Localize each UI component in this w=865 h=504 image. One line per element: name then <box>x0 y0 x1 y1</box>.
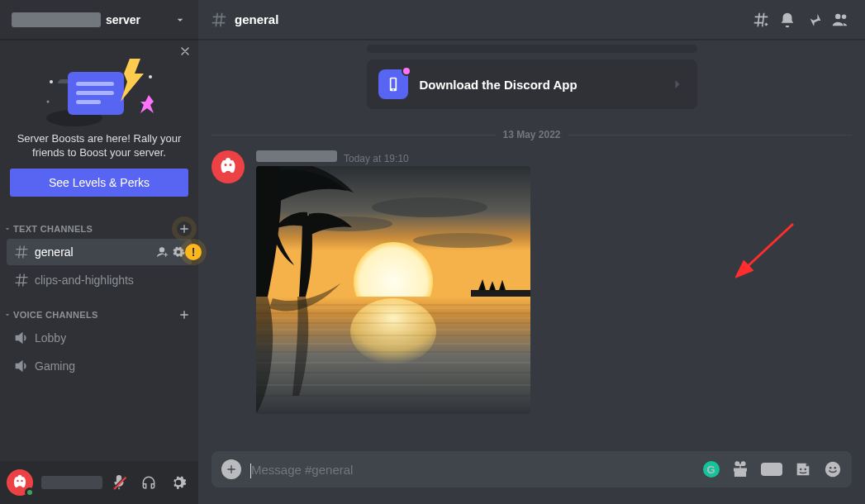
boost-promo-card: Server Boosts are here! Rally your frien… <box>0 40 198 208</box>
boost-illustration <box>10 53 188 129</box>
channel-name: Gaming <box>35 359 185 373</box>
speaker-icon <box>13 330 30 346</box>
notifications-button[interactable] <box>774 7 801 33</box>
threads-button[interactable] <box>748 7 774 33</box>
member-list-button[interactable] <box>827 7 853 33</box>
svg-marker-5 <box>140 95 154 113</box>
voice-channel-gaming[interactable]: Gaming <box>7 353 192 379</box>
gift-button[interactable] <box>731 460 749 478</box>
message: Today at 19:10 <box>211 149 852 416</box>
welcome-card-collapsed[interactable] <box>367 45 697 53</box>
phone-icon <box>378 69 408 99</box>
invite-icon[interactable] <box>155 245 169 259</box>
svg-point-24 <box>825 462 840 477</box>
svg-point-26 <box>834 467 836 469</box>
chevron-right-icon <box>669 76 686 93</box>
svg-point-25 <box>829 467 832 469</box>
svg-rect-3 <box>76 91 114 95</box>
message-timestamp: Today at 19:10 <box>344 153 409 164</box>
add-channel-button[interactable] <box>177 221 192 236</box>
svg-point-6 <box>50 80 53 83</box>
chevron-down-icon <box>173 13 187 26</box>
gif-button[interactable]: GIF <box>761 463 782 476</box>
message-author-redacted[interactable] <box>256 150 337 162</box>
message-attachment-image[interactable] <box>256 166 530 414</box>
speaker-icon <box>13 358 30 374</box>
attach-button[interactable] <box>221 459 241 479</box>
status-online-icon <box>25 487 35 497</box>
channel-clips-and-highlights[interactable]: clips-and-highlights <box>7 267 192 293</box>
svg-point-23 <box>805 468 806 470</box>
server-name-suffix: server <box>106 13 140 26</box>
hash-icon <box>210 11 228 29</box>
message-author-avatar[interactable] <box>211 150 245 183</box>
composer-area: Message #general G GIF <box>198 451 865 504</box>
svg-rect-4 <box>76 100 101 104</box>
svg-point-16 <box>413 233 512 248</box>
notification-dot-icon <box>402 66 411 76</box>
welcome-card-download[interactable]: Download the Discord App <box>367 59 697 109</box>
svg-point-14 <box>372 197 487 217</box>
gear-icon[interactable] <box>172 245 185 259</box>
channel-general[interactable]: general ! <box>7 239 192 265</box>
channel-name: Lobby <box>35 331 185 345</box>
message-input[interactable]: Message #general <box>251 463 693 477</box>
hash-icon <box>13 244 30 260</box>
text-channels-header[interactable]: TEXT CHANNELS <box>0 208 198 238</box>
mute-button[interactable] <box>106 469 132 496</box>
channel-title: general <box>235 12 278 26</box>
svg-point-12 <box>392 89 394 91</box>
pinned-messages-button[interactable] <box>801 7 827 33</box>
deafen-button[interactable] <box>135 469 162 496</box>
main-area: general Download the Discord App <box>198 0 865 504</box>
svg-rect-2 <box>76 82 114 86</box>
boost-promo-text: Server Boosts are here! Rally your frien… <box>10 132 188 160</box>
close-icon[interactable] <box>178 45 192 60</box>
svg-point-8 <box>47 101 50 103</box>
channel-name: clips-and-highlights <box>35 273 185 287</box>
chevron-down-icon <box>3 225 12 233</box>
channel-header: general <box>198 0 865 40</box>
user-avatar[interactable] <box>7 469 33 496</box>
date-divider-label: 13 May 2022 <box>496 129 567 140</box>
see-levels-perks-button[interactable]: See Levels & Perks <box>10 169 188 197</box>
grammarly-icon[interactable]: G <box>703 461 720 478</box>
svg-point-7 <box>149 75 152 78</box>
section-label: VOICE CHANNELS <box>13 310 177 320</box>
user-settings-button[interactable] <box>165 469 192 496</box>
server-sidebar: server Server Boosts are here <box>0 0 198 504</box>
add-channel-button[interactable] <box>177 307 192 322</box>
user-panel <box>0 461 198 504</box>
emoji-button[interactable] <box>824 460 842 478</box>
chevron-down-icon <box>3 311 12 319</box>
date-divider: 13 May 2022 <box>211 129 852 140</box>
welcome-card-label: Download the Discord App <box>420 78 658 92</box>
channel-name: general <box>35 245 155 259</box>
server-name-redacted <box>12 12 101 27</box>
hash-icon <box>13 272 30 288</box>
sticker-button[interactable] <box>794 460 812 478</box>
svg-rect-11 <box>391 78 395 88</box>
messages-area: Download the Discord App 13 May 2022 Tod… <box>198 40 865 451</box>
voice-channel-lobby[interactable]: Lobby <box>7 325 192 351</box>
svg-point-22 <box>800 468 801 470</box>
message-composer[interactable]: Message #general G GIF <box>211 451 852 487</box>
username-redacted <box>41 476 102 489</box>
section-label: TEXT CHANNELS <box>13 224 177 234</box>
voice-channels-header[interactable]: VOICE CHANNELS <box>0 294 198 324</box>
server-header[interactable]: server <box>0 0 198 40</box>
